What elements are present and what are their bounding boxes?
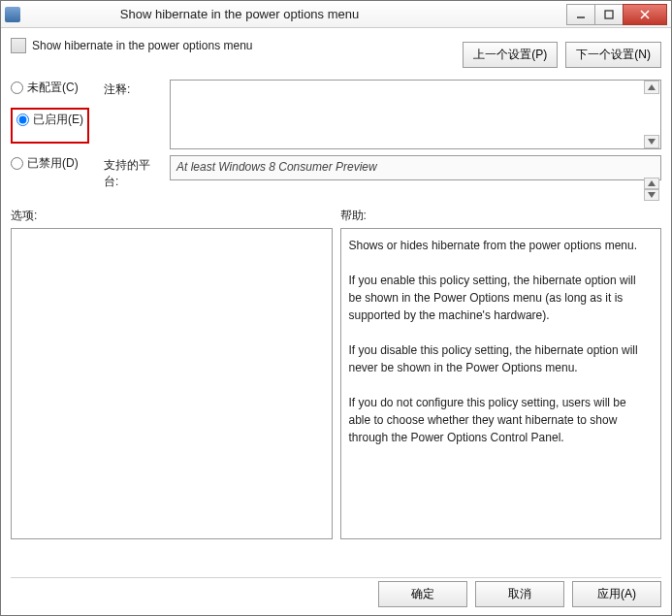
maximize-button[interactable] [594,4,624,25]
title-bar: Show hibernate in the power options menu [1,1,671,28]
comment-label: 注释: [104,80,164,98]
supported-label: 支持的平台: [104,155,164,190]
radio-label: 未配置(C) [27,80,79,96]
help-text: Shows or hides hibernate from the power … [341,229,661,454]
radio-disabled[interactable]: 已禁用(D) [11,155,104,172]
window-controls [567,4,667,25]
scroll-up-icon[interactable] [644,81,659,94]
radio-label: 已禁用(D) [27,155,79,172]
svg-marker-4 [648,84,656,90]
scroll-up-icon[interactable] [644,178,659,189]
cancel-button[interactable]: 取消 [475,581,564,607]
options-pane [11,228,333,539]
svg-marker-5 [648,139,656,145]
scroll-down-icon[interactable] [644,135,659,148]
radio-enabled[interactable]: 已启用(E) [16,112,83,128]
help-pane: Shows or hides hibernate from the power … [340,228,662,539]
dialog-buttons: 确定 取消 应用(A) [378,581,661,607]
supported-on-text: At least Windows 8 Consumer Preview [171,156,660,178]
app-icon [5,7,20,22]
policy-icon [11,38,26,53]
help-label: 帮助: [340,208,662,224]
svg-marker-6 [648,180,656,186]
supported-on-box: At least Windows 8 Consumer Preview [170,155,661,180]
window-title: Show hibernate in the power options menu [28,7,567,21]
svg-marker-7 [648,192,656,198]
radio-disabled-input[interactable] [11,157,23,170]
minimize-button[interactable] [566,4,595,25]
next-setting-button[interactable]: 下一个设置(N) [565,42,661,68]
radio-label: 已启用(E) [33,112,83,128]
footer-separator [11,577,661,578]
scroll-down-icon[interactable] [644,189,659,201]
previous-setting-button[interactable]: 上一个设置(P) [463,42,558,68]
svg-rect-1 [605,11,613,18]
options-label: 选项: [11,208,333,224]
radio-not-configured[interactable]: 未配置(C) [11,80,104,96]
ok-button[interactable]: 确定 [378,581,467,607]
policy-header: Show hibernate in the power options menu [11,38,463,53]
close-button[interactable] [623,4,667,25]
apply-button[interactable]: 应用(A) [572,581,661,607]
comment-textbox[interactable] [170,80,661,149]
policy-title: Show hibernate in the power options menu [32,39,252,52]
state-radio-group: 未配置(C) 已启用(E) 已禁用(D) [11,80,104,190]
radio-not-configured-input[interactable] [11,81,23,94]
radio-enabled-input[interactable] [16,113,29,126]
radio-enabled-highlight: 已启用(E) [11,108,89,144]
